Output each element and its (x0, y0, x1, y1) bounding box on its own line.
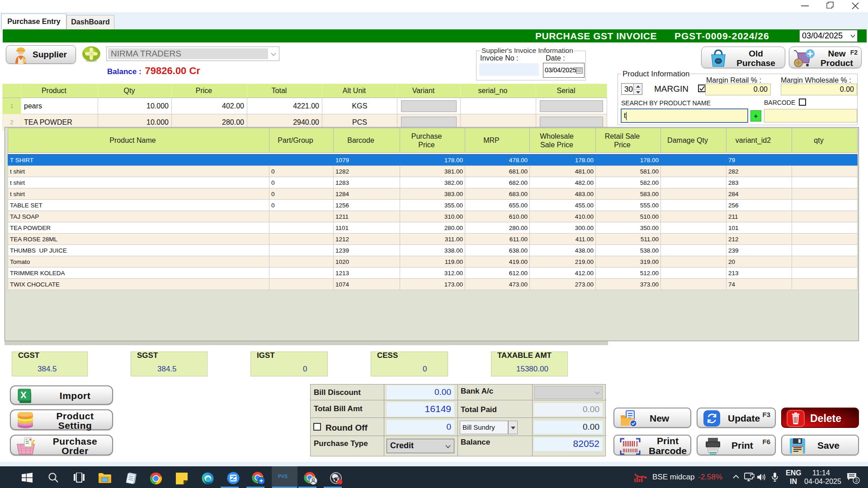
svg-text:3: 3 (855, 478, 858, 483)
